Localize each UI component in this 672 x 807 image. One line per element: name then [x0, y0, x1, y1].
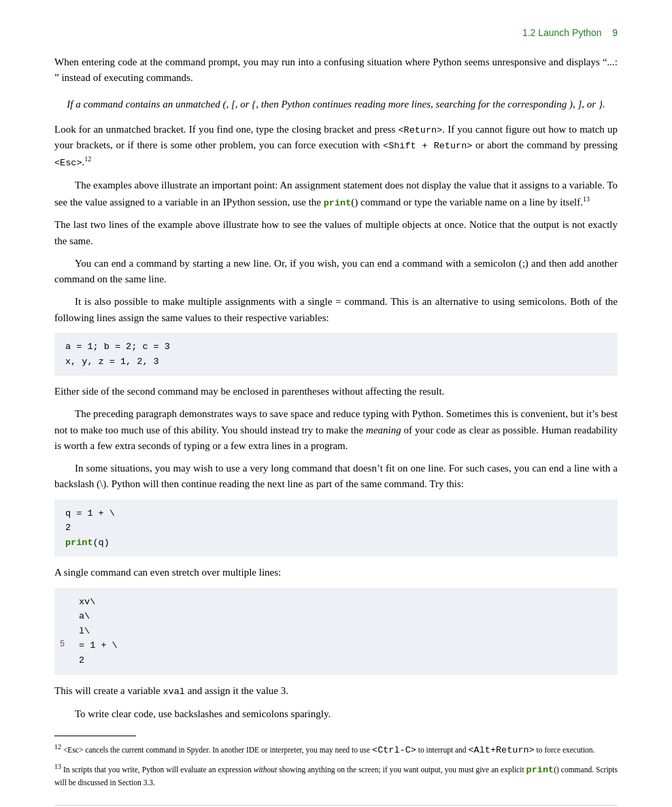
paragraph-11: This will create a variable xval and ass…	[54, 683, 618, 699]
footnote-12: 12 <Esc> cancels the current command in …	[54, 742, 618, 757]
paragraph-8: The preceding paragraph demonstrates way…	[54, 406, 618, 454]
print-keyword-footnote: print	[526, 765, 554, 775]
print-keyword-2: print	[65, 538, 93, 548]
page-number: 9	[612, 27, 618, 38]
kbd-esc: <Esc>	[54, 158, 82, 168]
footnote-13: 13 In scripts that you write, Python wil…	[54, 761, 618, 789]
line-number-5: 5	[60, 638, 65, 651]
print-keyword-1: print	[324, 198, 352, 208]
code-2: 2	[79, 653, 607, 668]
code-line-2: x, y, z = 1, 2, 3	[65, 355, 607, 369]
paragraph-10: A single command can even stretch over m…	[54, 565, 618, 580]
kbd-alt-return: <Alt+Return>	[469, 745, 535, 755]
paragraph-5: You can end a command by starting a new …	[54, 256, 618, 288]
footnote-ref-13: 13	[583, 195, 590, 203]
paragraph-9: In some situations, you may wish to use …	[54, 461, 618, 493]
code-l: l\	[79, 624, 607, 639]
italic-block: If a command contains an unmatched (, [,…	[54, 96, 618, 112]
xval-code: xval	[163, 687, 185, 697]
without-italic: without	[254, 765, 278, 774]
paragraph-4: The last two lines of the example above …	[54, 217, 618, 249]
paragraph-2: Look for an unmatched bracket. If you fi…	[54, 122, 618, 171]
code-xv: xv\	[79, 595, 607, 610]
kbd-return: <Return>	[398, 125, 442, 135]
paragraph-1: When entering code at the command prompt…	[54, 54, 618, 86]
code-block-1: a = 1; b = 2; c = 3 x, y, z = 1, 2, 3	[54, 333, 618, 376]
footnote-13-sup: 13	[54, 763, 61, 770]
code-line-1: a = 1; b = 2; c = 3	[65, 340, 607, 355]
paragraph-7: Either side of the second command may be…	[54, 384, 618, 399]
paragraph-6: It is also possible to make multiple ass…	[54, 294, 618, 326]
paragraph-12: To write clear code, use backslashes and…	[54, 706, 618, 722]
code-line-q3: print(q)	[65, 536, 607, 550]
code-block-2: q = 1 + \ 2 print(q)	[54, 499, 618, 557]
page-header: 1.2 Launch Python 9	[54, 27, 618, 38]
kbd-ctrl-c: <Ctrl-C>	[372, 745, 416, 755]
code-line-q1: q = 1 + \	[65, 506, 607, 521]
paragraph-3: The examples above illustrate an importa…	[54, 178, 618, 210]
header-section: 1.2 Launch Python	[522, 27, 602, 38]
footnote-12-sup: 12	[54, 743, 61, 751]
meaning-italic: meaning	[366, 425, 401, 435]
footnote-separator	[54, 736, 136, 736]
kbd-shift-return: <Shift + Return>	[383, 141, 472, 151]
code-eq: = 1 + \	[79, 638, 607, 653]
code-block-3: 5 xv\ a\ l\ = 1 + \ 2	[54, 588, 618, 675]
code-line-q2: 2	[65, 521, 607, 536]
code-a: a\	[79, 609, 607, 624]
footnote-ref-12: 12	[84, 155, 91, 163]
